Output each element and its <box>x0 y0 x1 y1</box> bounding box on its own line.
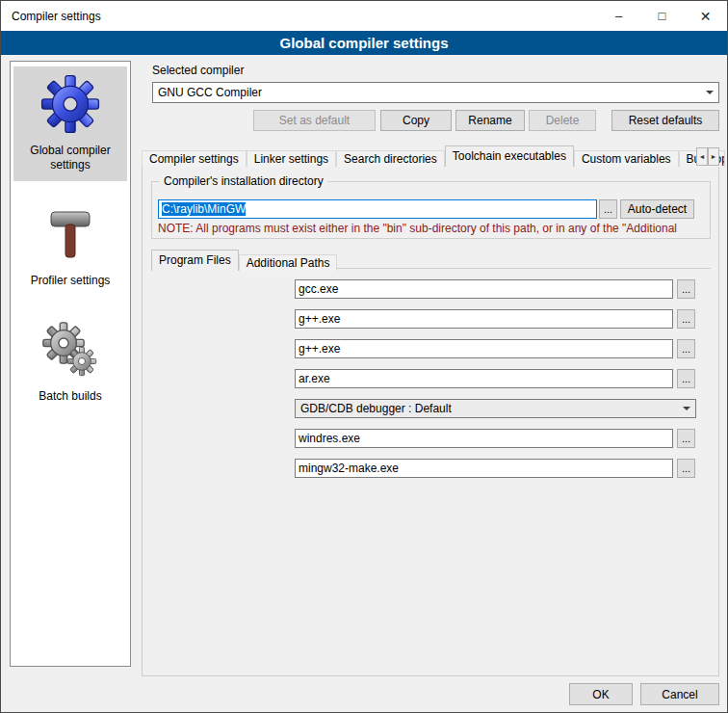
installation-directory-input[interactable]: C:\raylib\MinGW <box>158 199 597 219</box>
tab-custom-variables[interactable]: Custom variables <box>574 150 679 167</box>
linker-static-input[interactable]: ar.exe <box>295 369 673 388</box>
c-compiler-input[interactable]: gcc.exe <box>295 279 673 299</box>
maximize-icon[interactable]: □ <box>640 1 684 31</box>
sidebar-item-profiler-settings[interactable]: Profiler settings <box>13 197 127 297</box>
bin-subdirectory-note: NOTE: All programs must exist either in … <box>158 222 709 235</box>
titlebar: Compiler settings – □ ✕ <box>1 1 727 31</box>
settings-tabstrip: Compiler settingsLinker settingsSearch d… <box>142 145 725 167</box>
rename-button[interactable]: Rename <box>455 110 525 131</box>
make-program-browse-button[interactable]: ... <box>677 459 695 478</box>
delete-button[interactable]: Delete <box>529 110 596 131</box>
tab-search-directories[interactable]: Search directories <box>336 150 445 167</box>
cpp-compiler-input[interactable]: g++.exe <box>295 309 673 329</box>
linker-static-value: ar.exe <box>299 372 330 385</box>
linker-dynamic-value: g++.exe <box>299 342 340 356</box>
c-compiler-browse-button[interactable]: ... <box>677 279 695 299</box>
make-program-input[interactable]: mingw32-make.exe <box>295 459 673 478</box>
chevron-down-icon <box>678 400 695 417</box>
copy-button[interactable]: Copy <box>380 110 452 131</box>
autodetect-button[interactable]: Auto-detect <box>620 199 694 219</box>
hammer-icon <box>39 203 101 265</box>
linker-static-browse-button[interactable]: ... <box>677 369 695 388</box>
cancel-button[interactable]: Cancel <box>640 683 719 705</box>
cpp-compiler-value: g++.exe <box>299 312 340 326</box>
sidebar-item-label: Global compiler settings <box>30 144 110 172</box>
window-title: Compiler settings <box>1 10 597 23</box>
installation-directory-group-title: Compiler's installation directory <box>160 174 327 188</box>
tab-toolchain-executables[interactable]: Toolchain executables <box>445 145 574 167</box>
reset-defaults-button[interactable]: Reset defaults <box>611 110 719 131</box>
toolchain-executables-panel <box>142 165 719 676</box>
chevron-down-icon <box>701 83 718 102</box>
ok-button[interactable]: OK <box>569 683 633 705</box>
make-program-value: mingw32-make.exe <box>299 462 399 475</box>
subtab-program-files[interactable]: Program Files <box>151 250 239 271</box>
c-compiler-value: gcc.exe <box>299 282 338 296</box>
tab-scroll-left-icon[interactable]: ◄ <box>696 147 708 166</box>
installation-directory-browse-button[interactable]: ... <box>599 199 617 219</box>
compiler-select[interactable]: GNU GCC Compiler <box>152 82 719 103</box>
linker-dynamic-browse-button[interactable]: ... <box>677 339 695 358</box>
sidebar-item-global-compiler-settings[interactable]: Global compiler settings <box>13 66 127 181</box>
compiler-select-value: GNU GCC Compiler <box>158 86 262 99</box>
tab-compiler-settings[interactable]: Compiler settings <box>142 150 247 167</box>
sidebar-item-label: Batch builds <box>39 389 101 403</box>
debugger-select[interactable]: GDB/CDB debugger : Default <box>295 399 696 418</box>
tab-linker-settings[interactable]: Linker settings <box>247 150 336 167</box>
minimize-icon[interactable]: – <box>597 1 640 31</box>
debugger-select-value: GDB/CDB debugger : Default <box>300 402 452 415</box>
subtab-additional-paths[interactable]: Additional Paths <box>239 254 338 271</box>
sidebar-item-batch-builds[interactable]: Batch builds <box>13 312 127 412</box>
cpp-compiler-browse-button[interactable]: ... <box>677 309 695 329</box>
tab-scroll-right-icon[interactable]: ► <box>708 147 719 166</box>
resource-compiler-input[interactable]: windres.exe <box>295 429 673 448</box>
page-title: Global compiler settings <box>1 31 727 55</box>
settings-sidebar: Global compiler settings Profiler settin… <box>10 61 131 667</box>
program-files-tabstrip: Program FilesAdditional Paths <box>151 249 337 269</box>
gray-gears-icon <box>39 319 101 381</box>
installation-directory-value: C:\raylib\MinGW <box>162 202 246 216</box>
selected-compiler-label: Selected compiler <box>152 64 244 77</box>
compiler-settings-dialog: Compiler settings – □ ✕ Global compiler … <box>0 0 728 713</box>
sidebar-item-label: Profiler settings <box>31 274 111 287</box>
resource-compiler-value: windres.exe <box>299 432 360 445</box>
linker-dynamic-input[interactable]: g++.exe <box>295 339 673 358</box>
close-icon[interactable]: ✕ <box>684 1 727 31</box>
resource-compiler-browse-button[interactable]: ... <box>677 429 695 448</box>
set-as-default-button[interactable]: Set as default <box>253 110 376 131</box>
blue-gear-icon <box>39 73 101 135</box>
